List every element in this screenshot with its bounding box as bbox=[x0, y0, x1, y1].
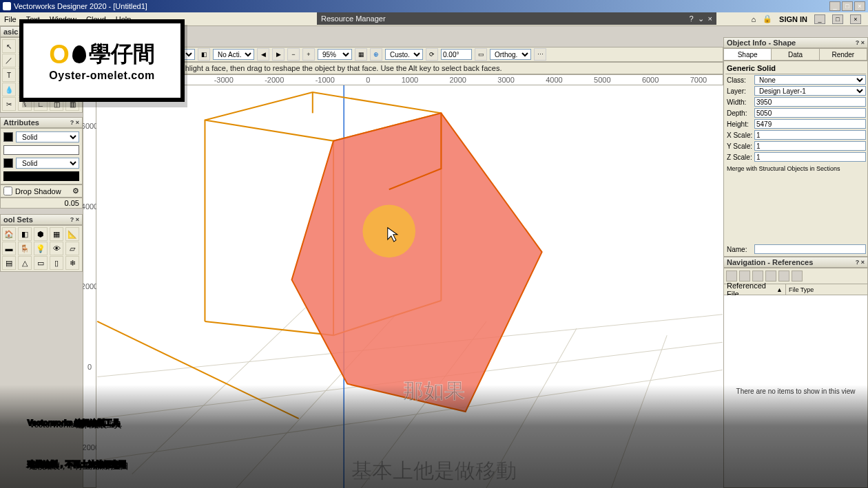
opacity-row[interactable]: 0.05 bbox=[0, 198, 83, 209]
pin-icon[interactable]: ? bbox=[689, 14, 693, 23]
nav-classes-icon[interactable] bbox=[726, 270, 737, 282]
ts-window-icon[interactable]: ▭ bbox=[34, 256, 48, 270]
titlebar: Vectorworks Designer 2020 - [Untitled1] … bbox=[0, 0, 868, 12]
more-icon[interactable]: ⋯ bbox=[534, 48, 546, 61]
ts-building-icon[interactable]: 🏠 bbox=[2, 227, 16, 241]
layer-field[interactable]: Design Layer-1 bbox=[754, 86, 866, 96]
ts-site-icon[interactable]: ⬢ bbox=[34, 227, 48, 241]
logo-url: Oyster-omelet.com bbox=[49, 70, 154, 82]
collapse-icon[interactable]: ⌄ bbox=[698, 14, 704, 23]
ts-roof-icon[interactable]: △ bbox=[18, 256, 32, 270]
height-field[interactable] bbox=[754, 119, 866, 129]
angle-icon[interactable]: ⟳ bbox=[426, 48, 438, 61]
ruler-horizontal: -5000-4000-3000-2000-1000010002000300040… bbox=[96, 74, 723, 85]
zscale-field[interactable] bbox=[754, 152, 866, 162]
object-info-tabs: Shape Data Render bbox=[723, 48, 868, 61]
close-button[interactable]: × bbox=[854, 1, 865, 11]
app-icon bbox=[3, 2, 11, 10]
render-icon[interactable]: ⊕ bbox=[370, 48, 382, 61]
grid-icon[interactable]: ▦ bbox=[355, 48, 367, 61]
depth-field[interactable] bbox=[754, 108, 866, 118]
ts-stair-icon[interactable]: ▤ bbox=[2, 256, 16, 270]
zoom-in-icon[interactable]: + bbox=[302, 48, 315, 61]
home-icon[interactable]: ⌂ bbox=[751, 15, 756, 23]
drop-shadow-row[interactable]: Drop Shadow ⚙ bbox=[0, 184, 83, 198]
nav-layers-icon[interactable] bbox=[739, 270, 750, 282]
attributes-body: Solid Solid bbox=[0, 128, 83, 184]
object-info-body: Generic Solid Class:None Layer:Design La… bbox=[723, 61, 868, 257]
nav-prev-icon[interactable]: ◀ bbox=[257, 48, 269, 61]
xscale-field[interactable] bbox=[754, 130, 866, 140]
ts-walls-icon[interactable]: ▬ bbox=[2, 242, 16, 255]
proj-icon[interactable]: ▭ bbox=[475, 48, 487, 61]
eyedrop-tool-icon[interactable]: 💧 bbox=[2, 83, 16, 96]
zoom-out-icon[interactable]: − bbox=[287, 48, 300, 61]
ts-furniture-icon[interactable]: 🪑 bbox=[18, 242, 32, 255]
tab-shape[interactable]: Shape bbox=[724, 49, 772, 60]
ts-space-icon[interactable]: ▱ bbox=[65, 242, 79, 255]
angle-input[interactable] bbox=[441, 49, 472, 60]
resource-manager-title: Resource Manager bbox=[321, 14, 386, 23]
yscale-field[interactable] bbox=[754, 141, 866, 151]
ts-visual-icon[interactable]: 👁 bbox=[50, 242, 63, 255]
zoom-select[interactable]: 95% bbox=[318, 49, 352, 60]
maximize-button[interactable]: □ bbox=[842, 1, 853, 11]
navigation-header[interactable]: Navigation - References? × bbox=[723, 257, 868, 268]
minimize-button[interactable]: _ bbox=[829, 1, 840, 11]
gear-icon[interactable]: ⚙ bbox=[72, 187, 79, 195]
tab-render[interactable]: Render bbox=[820, 49, 867, 60]
drop-shadow-checkbox[interactable] bbox=[3, 187, 12, 195]
object-info-header[interactable]: Object Info - Shape? × bbox=[723, 37, 868, 48]
menu-file[interactable]: File bbox=[4, 15, 17, 23]
line-tool-icon[interactable]: ／ bbox=[2, 54, 16, 67]
toolsets-palette-header[interactable]: ool Sets? × bbox=[0, 214, 83, 225]
logo-chinese: 學仔間 bbox=[89, 39, 155, 70]
selection-tool-icon[interactable]: ↖ bbox=[2, 39, 16, 53]
nav-next-icon[interactable]: ▶ bbox=[272, 48, 285, 61]
logo-dot-icon bbox=[72, 45, 86, 63]
lock-icon: 🔒 bbox=[763, 14, 772, 23]
ts-door-icon[interactable]: ▯ bbox=[50, 256, 63, 270]
name-field[interactable] bbox=[754, 244, 866, 254]
pen-swatch[interactable] bbox=[3, 158, 13, 168]
class-field[interactable]: None bbox=[754, 75, 866, 85]
class-select[interactable]: No Acti... bbox=[213, 49, 254, 60]
object-type: Generic Solid bbox=[725, 63, 866, 74]
tab-data[interactable]: Data bbox=[772, 49, 819, 60]
text-tool-icon[interactable]: T bbox=[2, 68, 16, 82]
doc-minimize-button[interactable]: _ bbox=[814, 14, 825, 24]
nav-refs-icon[interactable] bbox=[792, 270, 803, 282]
projection-select[interactable]: Orthog... bbox=[490, 49, 531, 60]
class-icon[interactable]: ◧ bbox=[198, 48, 210, 61]
ts-dims-icon[interactable]: 📐 bbox=[65, 227, 79, 241]
nav-sheets-icon[interactable] bbox=[752, 270, 763, 282]
nav-saved-icon[interactable] bbox=[778, 270, 789, 282]
overlay-caption: Vectorworks 編輯繪製工具 建模繪製，不再土法煉鋼畫圖 bbox=[0, 385, 868, 488]
width-field[interactable] bbox=[754, 97, 866, 107]
svg-marker-12 bbox=[292, 113, 542, 412]
ts-3d-icon[interactable]: ◧ bbox=[18, 227, 32, 241]
app-title: Vectorworks Designer 2020 - [Untitled1] bbox=[14, 2, 147, 10]
merge-text: Merge with Structural Objects in Section… bbox=[725, 162, 866, 175]
pen-type-select[interactable]: Solid bbox=[16, 158, 79, 169]
fill-swatch[interactable] bbox=[3, 132, 13, 142]
attributes-palette-header[interactable]: Attributes? × bbox=[0, 117, 83, 128]
nav-col-file[interactable]: Referenced File ▲ bbox=[724, 284, 786, 295]
fill-color-swatch[interactable] bbox=[3, 145, 79, 155]
doc-maximize-button[interactable]: □ bbox=[832, 14, 843, 24]
ts-light-icon[interactable]: 💡 bbox=[34, 242, 48, 255]
signin-button[interactable]: SIGN IN bbox=[779, 15, 807, 23]
ts-hvac-icon[interactable]: ❄ bbox=[65, 256, 79, 270]
resource-manager-bar[interactable]: Resource Manager ? ⌄ × bbox=[317, 12, 716, 25]
view-select[interactable]: Custo... bbox=[385, 49, 423, 60]
ts-detail-icon[interactable]: ▦ bbox=[50, 227, 63, 241]
trim-tool-icon[interactable]: ✂ bbox=[2, 97, 16, 111]
close-icon[interactable]: × bbox=[708, 14, 712, 23]
pen-color-swatch[interactable] bbox=[3, 171, 79, 181]
fill-type-select[interactable]: Solid bbox=[16, 131, 79, 142]
logo-o-icon: O bbox=[49, 40, 70, 70]
toolsets-grid: 🏠 ◧ ⬢ ▦ 📐 ▬ 🪑 💡 👁 ▱ ▤ △ ▭ ▯ ❄ bbox=[0, 225, 83, 272]
nav-col-type[interactable]: File Type bbox=[786, 284, 867, 295]
nav-viewports-icon[interactable] bbox=[765, 270, 776, 282]
doc-close-button[interactable]: × bbox=[850, 14, 861, 24]
